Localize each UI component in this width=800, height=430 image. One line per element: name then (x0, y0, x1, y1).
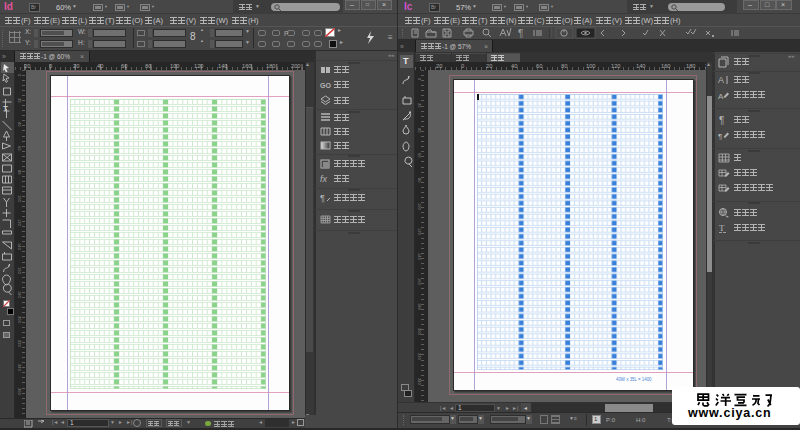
svg-text:GO: GO (320, 82, 331, 89)
svg-text:fx: fx (320, 174, 328, 184)
svg-text:A: A (718, 75, 724, 85)
svg-text:A: A (718, 92, 724, 101)
svg-text:¶: ¶ (719, 115, 724, 126)
svg-text:¶: ¶ (718, 132, 722, 141)
svg-text:¶: ¶ (320, 193, 325, 203)
svg-text:T: T (719, 223, 725, 233)
svg-text:¶: ¶ (518, 28, 523, 39)
